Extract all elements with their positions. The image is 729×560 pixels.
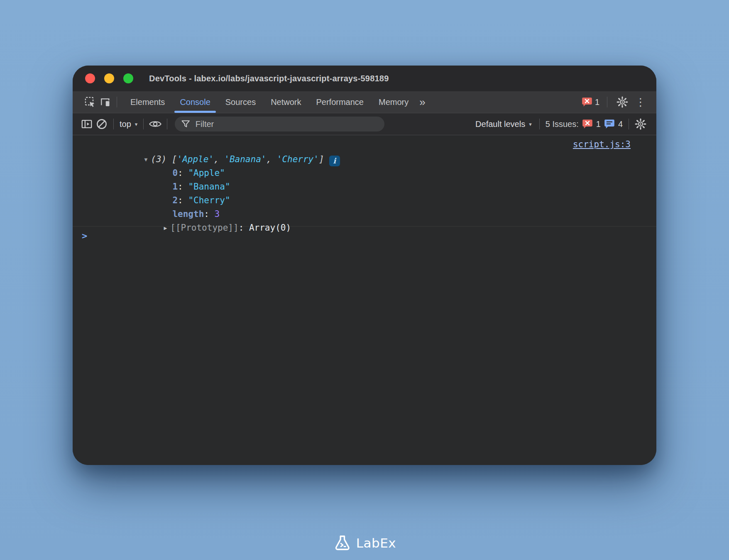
more-tabs-button[interactable]: » <box>416 91 428 113</box>
console-messages-pane: script.js:3 ▼(3) ['Apple', 'Banana', 'Ch… <box>73 135 656 465</box>
inspect-icon <box>84 96 96 108</box>
console-settings-button[interactable] <box>633 117 648 131</box>
separator <box>117 97 117 107</box>
chevron-down-icon: ▾ <box>135 121 138 127</box>
device-toolbar-icon <box>99 97 111 107</box>
error-bubble-icon <box>582 119 593 129</box>
sidebar-panel-icon <box>81 119 92 129</box>
brand-text: LabEx <box>356 536 396 550</box>
error-bubble-icon <box>582 97 592 107</box>
device-toolbar-button[interactable] <box>98 95 113 110</box>
tab-memory[interactable]: Memory <box>371 91 416 113</box>
inspect-element-button[interactable] <box>83 95 98 110</box>
levels-label: Default levels <box>475 119 525 129</box>
funnel-icon <box>181 120 190 128</box>
filter-field[interactable] <box>175 117 384 131</box>
chevron-down-icon: ▾ <box>529 121 532 127</box>
expand-toggle-closed-icon[interactable]: ▶ <box>164 221 167 235</box>
devtools-window: DevTools - labex.io/labs/javascript-java… <box>73 66 656 465</box>
tab-performance[interactable]: Performance <box>309 91 372 113</box>
context-label: top <box>120 119 131 129</box>
issues-counter[interactable]: 5 Issues: 1 4 <box>544 119 624 129</box>
more-options-button[interactable]: ⋮ <box>633 95 648 110</box>
separator <box>607 97 607 107</box>
labex-logo: LabEx <box>333 533 396 553</box>
window-title: DevTools - labex.io/labs/javascript-java… <box>149 74 389 83</box>
console-message: ▼(3) ['Apple', 'Banana', 'Cherry']i 0: "… <box>73 135 656 226</box>
gear-icon <box>635 118 646 130</box>
info-badge[interactable]: i <box>329 156 340 166</box>
console-sidebar-toggle-button[interactable] <box>79 117 94 131</box>
javascript-context-selector[interactable]: top ▾ <box>118 119 139 129</box>
log-levels-selector[interactable]: Default levels ▾ <box>472 119 535 129</box>
error-count-label: 1 <box>595 97 599 107</box>
console-toolbar-right: Default levels ▾ 5 Issues: 1 <box>472 117 648 131</box>
tab-network[interactable]: Network <box>263 91 308 113</box>
source-location-link[interactable]: script.js:3 <box>573 139 631 149</box>
eye-icon <box>149 119 161 129</box>
chevron-double-right-icon: » <box>419 97 425 107</box>
kebab-menu-icon: ⋮ <box>634 97 648 107</box>
array-preview-row: ▼(3) ['Apple', 'Banana', 'Cherry']i <box>73 139 656 153</box>
tab-console[interactable]: Console <box>172 91 218 113</box>
gear-icon <box>616 96 628 108</box>
separator <box>113 119 114 129</box>
issues-message-count: 4 <box>618 119 623 129</box>
tab-elements[interactable]: Elements <box>123 91 172 113</box>
tab-bar-right-controls: 1 ⋮ <box>582 95 648 110</box>
clear-console-button[interactable] <box>94 117 109 131</box>
close-button[interactable] <box>85 73 95 83</box>
minimize-button[interactable] <box>104 73 114 83</box>
expand-toggle-open-icon[interactable]: ▼ <box>144 153 147 166</box>
devtools-tab-bar: Elements Console Sources Network Perform… <box>73 91 656 113</box>
zoom-button[interactable] <box>123 73 133 83</box>
flask-icon <box>333 533 352 553</box>
filter-input[interactable] <box>196 119 378 129</box>
panel-tabs: Elements Console Sources Network Perform… <box>123 91 429 113</box>
separator <box>629 119 629 129</box>
title-bar[interactable]: DevTools - labex.io/labs/javascript-java… <box>73 66 656 91</box>
separator <box>167 119 167 129</box>
message-bubble-icon <box>604 119 615 129</box>
tab-sources[interactable]: Sources <box>218 91 263 113</box>
prompt-chevron-icon: > <box>82 231 87 241</box>
separator <box>539 119 540 129</box>
issues-label: 5 Issues: <box>546 119 579 129</box>
window-controls <box>85 73 133 83</box>
console-toolbar: top ▾ Default levels ▾ <box>73 113 656 135</box>
clear-icon <box>96 119 107 129</box>
issues-error-count: 1 <box>596 119 601 129</box>
create-live-expression-button[interactable] <box>148 117 163 131</box>
console-error-count[interactable]: 1 <box>582 97 599 107</box>
separator <box>143 119 144 129</box>
settings-button[interactable] <box>615 95 630 110</box>
